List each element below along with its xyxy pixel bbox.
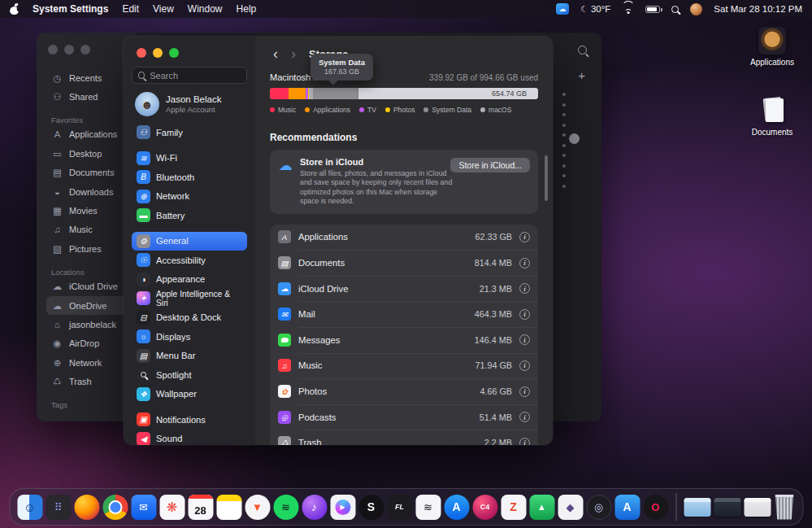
finder-item-music[interactable]: ♫Music xyxy=(46,220,129,239)
finder-item-airdrop[interactable]: ◉AirDrop xyxy=(46,334,129,353)
sidebar-item-bluetooth[interactable]: ɃBluetooth xyxy=(132,168,247,187)
sidebar-item-wallpaper[interactable]: ❖Wallpaper xyxy=(132,385,247,404)
info-button[interactable]: i xyxy=(519,334,530,345)
finder-item-network[interactable]: ⊕Network xyxy=(46,353,129,372)
finder-item-applications[interactable]: AApplications xyxy=(46,125,129,144)
info-button[interactable]: i xyxy=(519,438,530,445)
search-input[interactable] xyxy=(150,71,241,81)
info-button[interactable]: i xyxy=(519,258,530,268)
store-in-icloud-button[interactable]: Store in iCloud... xyxy=(450,158,530,172)
finder-traffic-lights[interactable] xyxy=(48,45,90,55)
menu-edit[interactable]: Edit xyxy=(122,3,139,15)
back-button[interactable]: ‹ xyxy=(267,46,284,61)
photos-icon: ✿ xyxy=(278,385,291,398)
scrollbar[interactable] xyxy=(545,155,548,201)
sidebar-item-appearance[interactable]: ◑Appearance xyxy=(132,270,247,290)
dock-notes-icon[interactable] xyxy=(216,495,241,520)
apple-account-item[interactable]: ☻ Jason Belack Apple Account xyxy=(132,84,247,123)
sidebar-item-accessibility[interactable]: ☉Accessibility xyxy=(132,251,247,270)
forward-button[interactable]: › xyxy=(284,46,302,61)
apple-menu-icon[interactable] xyxy=(10,4,19,15)
dock-finder-icon[interactable]: ☺ xyxy=(17,495,42,520)
traffic-lights[interactable] xyxy=(137,48,247,58)
dock-app-store-icon[interactable]: A xyxy=(444,495,469,520)
dock-trash-icon[interactable] xyxy=(774,495,795,520)
sidebar-item-wifi[interactable]: ≋Wi-Fi xyxy=(132,149,247,168)
finder-item-icloud-drive[interactable]: ☁iCloud Drive xyxy=(46,277,129,296)
weather-status[interactable]: ☾ 30°F xyxy=(580,4,610,15)
menu-bar-clock[interactable]: Sat Mar 28 10:12 PM xyxy=(714,4,802,14)
minimized-window-2[interactable] xyxy=(714,498,740,517)
sidebar-item-network[interactable]: ⊕Network xyxy=(132,187,247,207)
dock-icon: ⊟ xyxy=(137,311,150,325)
sidebar-item-displays[interactable]: ☼Displays xyxy=(132,327,247,347)
dock-blue-a-app-icon[interactable]: A xyxy=(614,495,640,520)
sidebar-item-spotlight[interactable]: Spotlight xyxy=(132,365,247,385)
sidebar-item-notifications[interactable]: ▣Notifications xyxy=(132,410,247,430)
settings-search-field[interactable] xyxy=(132,67,247,84)
dock-firefox-icon[interactable] xyxy=(74,495,99,520)
row-documents: ▤ Documents 814.4 MB i xyxy=(270,250,538,276)
info-button[interactable]: i xyxy=(519,309,530,320)
minimize-button[interactable] xyxy=(153,48,163,58)
finder-item-home[interactable]: ⌂jasonbelack xyxy=(46,315,129,334)
menu-window[interactable]: Window xyxy=(188,3,223,15)
user-avatar-icon[interactable] xyxy=(690,3,702,15)
dock-gem-app-icon[interactable]: ◆ xyxy=(558,495,583,520)
info-button[interactable]: i xyxy=(519,360,530,371)
app-menu-title[interactable]: System Settings xyxy=(33,3,108,15)
dock-chrome-icon[interactable] xyxy=(102,495,128,520)
dock-music-app-icon[interactable]: ♪ xyxy=(302,495,327,520)
dock-mail-icon[interactable]: ✉ xyxy=(131,495,156,520)
info-button[interactable]: i xyxy=(519,412,530,422)
sidebar-item-family[interactable]: ⚇Family xyxy=(132,123,247,142)
dock-green-app-icon[interactable]: ▲ xyxy=(529,495,554,520)
info-button[interactable]: i xyxy=(519,232,530,242)
weather-cloud-icon[interactable]: ☁ xyxy=(556,3,569,15)
dock-spotify-icon[interactable]: ≋ xyxy=(273,495,298,520)
dock-fl-studio-icon[interactable]: FL xyxy=(387,495,412,520)
dock-controller-app-icon[interactable]: ◎ xyxy=(586,495,611,520)
spotlight-search-icon[interactable] xyxy=(671,6,679,13)
info-button[interactable]: i xyxy=(519,386,530,397)
add-button[interactable]: + xyxy=(578,68,585,82)
sidebar-item-desktop-dock[interactable]: ⊟Desktop & Dock xyxy=(132,308,247,328)
finder-item-downloads[interactable]: ◒Downloads xyxy=(46,182,129,201)
wifi-status-icon[interactable] xyxy=(622,5,634,14)
menu-view[interactable]: View xyxy=(153,3,174,15)
minimized-window-1[interactable] xyxy=(684,498,710,517)
sidebar-item-general[interactable]: ⚙General xyxy=(132,232,247,251)
zoom-button[interactable] xyxy=(169,48,179,58)
desktop-icon-documents[interactable]: Documents xyxy=(740,97,804,137)
dock-zbrush-icon[interactable]: Z xyxy=(501,495,526,520)
dock-brave-icon[interactable]: ▼ xyxy=(245,495,270,520)
battery-status-icon[interactable] xyxy=(645,6,660,13)
dock-opera-gx-icon[interactable]: O xyxy=(643,495,668,520)
dock-s-app-icon[interactable]: S xyxy=(358,495,384,520)
search-icon[interactable] xyxy=(578,46,587,55)
finder-item-onedrive[interactable]: ☁OneDrive xyxy=(46,296,129,315)
finder-item-trash[interactable]: ♺Trash xyxy=(46,372,129,391)
dock-calendar-icon[interactable]: 28 xyxy=(188,495,213,520)
menu-help[interactable]: Help xyxy=(237,3,257,15)
info-button[interactable]: i xyxy=(519,283,530,294)
sidebar-item-apple-intelligence[interactable]: ✦Apple Intelligence & Siri xyxy=(132,289,247,308)
dock-cinema4d-icon[interactable]: C4 xyxy=(472,495,497,520)
finder-item-desktop[interactable]: ▭Desktop xyxy=(46,144,129,163)
close-button[interactable] xyxy=(137,48,146,58)
desktop-icon-applications[interactable]: Applications xyxy=(740,27,804,67)
finder-item-recents[interactable]: ◷Recents xyxy=(46,68,129,87)
dock-launchpad-icon[interactable]: ⠿ xyxy=(46,495,71,520)
sidebar-item-battery[interactable]: ▬Battery xyxy=(132,206,247,225)
finder-item-movies[interactable]: ▦Movies xyxy=(46,201,129,220)
finder-item-documents[interactable]: ▤Documents xyxy=(46,164,129,182)
dock-photos-icon[interactable]: ❋ xyxy=(159,495,185,520)
finder-item-pictures[interactable]: ▨Pictures xyxy=(46,239,129,258)
minimized-window-3[interactable] xyxy=(744,498,771,517)
dock-iina-icon[interactable]: ▶ xyxy=(330,495,355,520)
segment-system-data[interactable] xyxy=(313,88,358,99)
sidebar-item-menu-bar[interactable]: ▤Menu Bar xyxy=(132,347,247,366)
dock-typing-app-icon[interactable]: ≋ xyxy=(415,495,441,520)
finder-item-shared[interactable]: ⚇Shared xyxy=(46,87,129,106)
sidebar-item-sound[interactable]: ◀Sound xyxy=(132,430,247,446)
